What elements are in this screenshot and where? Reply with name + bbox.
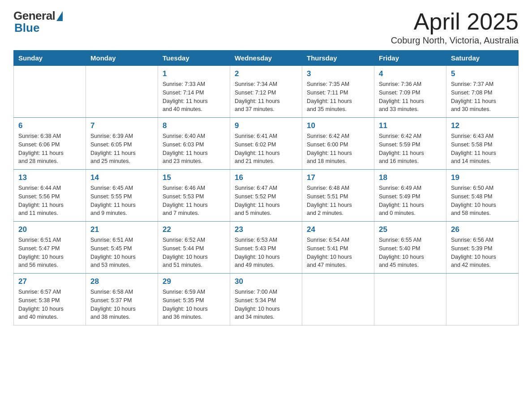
month-title: April 2025 (391, 9, 519, 34)
day-info: Sunrise: 6:40 AMSunset: 6:03 PMDaylight:… (163, 132, 225, 166)
calendar-header-sunday: Sunday (14, 51, 86, 66)
day-number: 1 (163, 69, 225, 78)
day-number: 2 (235, 69, 297, 78)
day-info: Sunrise: 6:56 AMSunset: 5:39 PMDaylight:… (451, 236, 514, 270)
logo: General Blue (13, 9, 63, 35)
calendar-cell: 13Sunrise: 6:44 AMSunset: 5:56 PMDayligh… (14, 170, 86, 222)
calendar-week-row: 6Sunrise: 6:38 AMSunset: 6:06 PMDaylight… (14, 118, 519, 170)
day-number: 19 (451, 173, 514, 182)
day-number: 29 (163, 277, 225, 286)
calendar-cell (302, 274, 374, 325)
calendar-cell: 22Sunrise: 6:52 AMSunset: 5:44 PMDayligh… (158, 222, 230, 274)
logo-blue-text: Blue (14, 21, 39, 35)
day-number: 10 (307, 121, 369, 130)
day-info: Sunrise: 6:48 AMSunset: 5:51 PMDaylight:… (307, 184, 369, 218)
day-number: 28 (90, 277, 153, 286)
calendar-cell: 26Sunrise: 6:56 AMSunset: 5:39 PMDayligh… (446, 222, 519, 274)
day-info: Sunrise: 6:53 AMSunset: 5:43 PMDaylight:… (235, 236, 297, 270)
calendar-cell: 20Sunrise: 6:51 AMSunset: 5:47 PMDayligh… (14, 222, 86, 274)
day-info: Sunrise: 6:47 AMSunset: 5:52 PMDaylight:… (235, 184, 297, 218)
calendar-cell: 18Sunrise: 6:49 AMSunset: 5:49 PMDayligh… (374, 170, 446, 222)
day-info: Sunrise: 6:42 AMSunset: 5:59 PMDaylight:… (379, 132, 442, 166)
day-number: 18 (379, 173, 442, 182)
calendar-header-row: SundayMondayTuesdayWednesdayThursdayFrid… (14, 51, 519, 66)
calendar-header-monday: Monday (86, 51, 158, 66)
calendar-cell: 7Sunrise: 6:39 AMSunset: 6:05 PMDaylight… (86, 118, 158, 170)
day-info: Sunrise: 6:55 AMSunset: 5:40 PMDaylight:… (379, 236, 442, 270)
calendar-header-thursday: Thursday (302, 51, 374, 66)
day-number: 16 (235, 173, 297, 182)
day-number: 25 (379, 225, 442, 234)
calendar-header-wednesday: Wednesday (230, 51, 302, 66)
calendar-header-saturday: Saturday (446, 51, 519, 66)
day-number: 6 (18, 121, 81, 130)
day-number: 27 (18, 277, 81, 286)
calendar-cell: 25Sunrise: 6:55 AMSunset: 5:40 PMDayligh… (374, 222, 446, 274)
calendar-cell (14, 66, 86, 118)
day-number: 24 (307, 225, 369, 234)
calendar-cell: 29Sunrise: 6:59 AMSunset: 5:35 PMDayligh… (158, 274, 230, 325)
calendar-cell: 2Sunrise: 7:34 AMSunset: 7:12 PMDaylight… (230, 66, 302, 118)
day-info: Sunrise: 6:59 AMSunset: 5:35 PMDaylight:… (163, 288, 225, 321)
logo-triangle-icon (56, 11, 63, 21)
calendar-cell: 27Sunrise: 6:57 AMSunset: 5:38 PMDayligh… (14, 274, 86, 325)
calendar-cell: 5Sunrise: 7:37 AMSunset: 7:08 PMDaylight… (446, 66, 519, 118)
calendar-cell: 23Sunrise: 6:53 AMSunset: 5:43 PMDayligh… (230, 222, 302, 274)
calendar-cell: 11Sunrise: 6:42 AMSunset: 5:59 PMDayligh… (374, 118, 446, 170)
day-number: 26 (451, 225, 514, 234)
calendar-header-friday: Friday (374, 51, 446, 66)
calendar-cell (86, 66, 158, 118)
calendar-cell: 6Sunrise: 6:38 AMSunset: 6:06 PMDaylight… (14, 118, 86, 170)
day-number: 3 (307, 69, 369, 78)
day-info: Sunrise: 6:58 AMSunset: 5:37 PMDaylight:… (90, 288, 153, 321)
calendar-cell: 3Sunrise: 7:35 AMSunset: 7:11 PMDaylight… (302, 66, 374, 118)
calendar-cell: 30Sunrise: 7:00 AMSunset: 5:34 PMDayligh… (230, 274, 302, 325)
calendar-cell: 9Sunrise: 6:41 AMSunset: 6:02 PMDaylight… (230, 118, 302, 170)
day-number: 17 (307, 173, 369, 182)
calendar-week-row: 27Sunrise: 6:57 AMSunset: 5:38 PMDayligh… (14, 274, 519, 325)
calendar-cell: 15Sunrise: 6:46 AMSunset: 5:53 PMDayligh… (158, 170, 230, 222)
day-number: 14 (90, 173, 153, 182)
calendar-table: SundayMondayTuesdayWednesdayThursdayFrid… (13, 50, 519, 325)
day-number: 8 (163, 121, 225, 130)
calendar-header-tuesday: Tuesday (158, 51, 230, 66)
day-info: Sunrise: 6:45 AMSunset: 5:55 PMDaylight:… (90, 184, 153, 218)
day-number: 12 (451, 121, 514, 130)
day-info: Sunrise: 6:46 AMSunset: 5:53 PMDaylight:… (163, 184, 225, 218)
day-info: Sunrise: 6:49 AMSunset: 5:49 PMDaylight:… (379, 184, 442, 218)
day-number: 13 (18, 173, 81, 182)
day-info: Sunrise: 7:36 AMSunset: 7:09 PMDaylight:… (379, 80, 442, 114)
day-info: Sunrise: 7:33 AMSunset: 7:14 PMDaylight:… (163, 80, 225, 114)
day-number: 30 (235, 277, 297, 286)
calendar-cell: 14Sunrise: 6:45 AMSunset: 5:55 PMDayligh… (86, 170, 158, 222)
day-number: 9 (235, 121, 297, 130)
day-info: Sunrise: 6:43 AMSunset: 5:58 PMDaylight:… (451, 132, 514, 166)
day-info: Sunrise: 7:34 AMSunset: 7:12 PMDaylight:… (235, 80, 297, 114)
calendar-cell: 17Sunrise: 6:48 AMSunset: 5:51 PMDayligh… (302, 170, 374, 222)
calendar-cell: 21Sunrise: 6:51 AMSunset: 5:45 PMDayligh… (86, 222, 158, 274)
location-text: Coburg North, Victoria, Australia (391, 35, 519, 46)
calendar-week-row: 1Sunrise: 7:33 AMSunset: 7:14 PMDaylight… (14, 66, 519, 118)
title-block: April 2025 Coburg North, Victoria, Austr… (391, 9, 519, 46)
calendar-week-row: 20Sunrise: 6:51 AMSunset: 5:47 PMDayligh… (14, 222, 519, 274)
day-info: Sunrise: 6:51 AMSunset: 5:45 PMDaylight:… (90, 236, 153, 270)
day-info: Sunrise: 7:37 AMSunset: 7:08 PMDaylight:… (451, 80, 514, 114)
day-number: 15 (163, 173, 225, 182)
day-info: Sunrise: 6:39 AMSunset: 6:05 PMDaylight:… (90, 132, 153, 166)
day-info: Sunrise: 6:41 AMSunset: 6:02 PMDaylight:… (235, 132, 297, 166)
day-number: 7 (90, 121, 153, 130)
day-info: Sunrise: 6:54 AMSunset: 5:41 PMDaylight:… (307, 236, 369, 270)
day-info: Sunrise: 6:42 AMSunset: 6:00 PMDaylight:… (307, 132, 369, 166)
day-number: 20 (18, 225, 81, 234)
calendar-cell: 8Sunrise: 6:40 AMSunset: 6:03 PMDaylight… (158, 118, 230, 170)
calendar-cell: 4Sunrise: 7:36 AMSunset: 7:09 PMDaylight… (374, 66, 446, 118)
day-number: 11 (379, 121, 442, 130)
day-info: Sunrise: 7:00 AMSunset: 5:34 PMDaylight:… (235, 288, 297, 321)
calendar-cell (446, 274, 519, 325)
day-info: Sunrise: 6:57 AMSunset: 5:38 PMDaylight:… (18, 288, 81, 321)
day-info: Sunrise: 6:50 AMSunset: 5:48 PMDaylight:… (451, 184, 514, 218)
calendar-cell: 28Sunrise: 6:58 AMSunset: 5:37 PMDayligh… (86, 274, 158, 325)
day-number: 22 (163, 225, 225, 234)
day-number: 4 (379, 69, 442, 78)
day-info: Sunrise: 6:38 AMSunset: 6:06 PMDaylight:… (18, 132, 81, 166)
